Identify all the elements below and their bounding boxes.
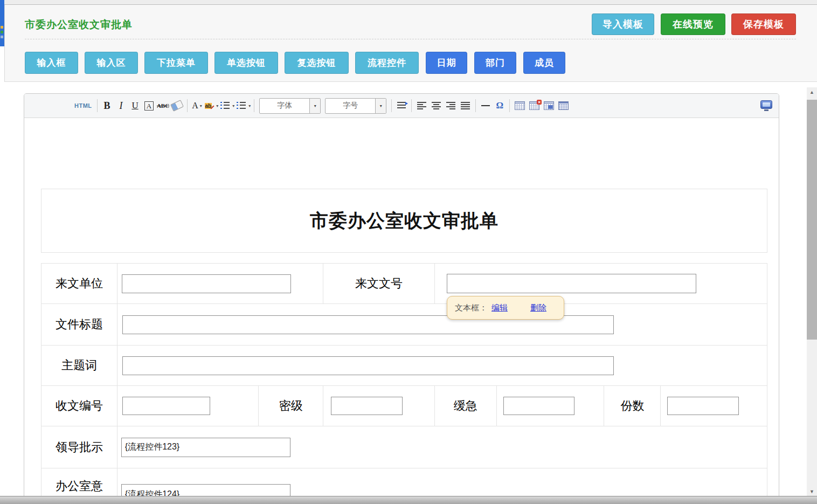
widget-button-input-area[interactable]: 输入区	[85, 52, 138, 74]
horizontal-rule-icon[interactable]	[481, 105, 490, 106]
align-right-icon[interactable]	[446, 102, 455, 109]
scroll-up-arrow-icon[interactable]: ▲	[807, 87, 817, 97]
eraser-icon[interactable]	[170, 100, 184, 112]
toolbar-separator	[97, 99, 98, 112]
background-window-mark	[1, 26, 3, 29]
header-panel: 市委办公室收文审批单 导入模板 在线预览 保存模板 输入框 输入区 下拉菜单 单…	[4, 5, 817, 82]
font-size-select[interactable]: 字号 ▾	[325, 98, 386, 114]
chevron-down-icon[interactable]: ▾	[309, 99, 320, 113]
scroll-down-arrow-icon[interactable]: ▼	[807, 489, 817, 494]
secrecy-level-input[interactable]	[331, 397, 403, 415]
page-title: 市委办公室收文审批单	[25, 18, 133, 32]
label-incoming-doc-number: 来文文号	[355, 275, 403, 292]
label-leader-instructions: 领导批示	[56, 439, 103, 455]
toolbar-separator	[509, 99, 510, 112]
background-window-bottom-edge	[0, 496, 817, 504]
delete-table-icon[interactable]	[529, 101, 539, 110]
save-template-button[interactable]: 保存模板	[731, 13, 796, 35]
widget-button-radio[interactable]: 单选按钮	[214, 52, 278, 74]
toolbar-separator	[411, 99, 412, 112]
label-office-opinion: 办公室意	[56, 478, 103, 494]
widget-button-dropdown[interactable]: 下拉菜单	[144, 52, 208, 74]
form-table: 来文单位 来文文号 文件标题 主题词	[41, 263, 767, 504]
label-receipt-number: 收文编号	[56, 398, 103, 414]
widget-button-flow-control[interactable]: 流程控件	[355, 52, 419, 74]
font-style-icon[interactable]: A	[144, 101, 154, 111]
edit-widget-link[interactable]: 编辑	[491, 303, 508, 313]
receipt-number-input[interactable]	[122, 397, 210, 415]
widget-button-date[interactable]: 日期	[426, 52, 467, 74]
font-family-select[interactable]: 字体 ▾	[259, 98, 321, 114]
strikethrough-icon[interactable]: ABC	[157, 99, 170, 113]
justify-icon[interactable]	[461, 102, 470, 109]
chevron-down-icon[interactable]: ▾	[232, 103, 234, 108]
incoming-doc-number-input[interactable]	[447, 274, 696, 293]
widget-tooltip: 文本框： 编辑 删除	[447, 296, 564, 320]
online-preview-button[interactable]: 在线预览	[661, 13, 725, 35]
page: 市委办公室收文审批单 导入模板 在线预览 保存模板 输入框 输入区 下拉菜单 单…	[0, 0, 817, 504]
table-properties-icon[interactable]	[544, 101, 554, 110]
source-code-icon[interactable]: HTML	[74, 99, 92, 113]
italic-icon[interactable]: I	[115, 99, 128, 113]
chevron-down-icon[interactable]: ▾	[375, 99, 386, 113]
label-document-title: 文件标题	[56, 316, 103, 333]
delete-widget-link[interactable]: 删除	[530, 303, 546, 313]
label-keywords: 主题词	[61, 357, 97, 374]
copies-input[interactable]	[667, 397, 739, 415]
editor-document[interactable]: 市委办公室收文审批单 来文单位 来文文号 文件标题	[24, 118, 779, 504]
table-row: 来文单位 来文文号	[41, 264, 767, 304]
rich-text-editor: HTML B I U A ABC A▾ ab▾ ▾ ▾ 字体 ▾ 字号 ▾	[24, 93, 779, 504]
widget-button-department[interactable]: 部门	[474, 52, 516, 74]
align-center-icon[interactable]	[432, 102, 441, 109]
table-row: 主题词	[41, 346, 767, 386]
table-row: 文件标题	[41, 304, 767, 346]
indent-icon[interactable]	[397, 102, 406, 109]
scrollbar-thumb[interactable]	[807, 100, 817, 340]
cell-properties-icon[interactable]	[558, 101, 569, 110]
label-secrecy-level: 密级	[279, 398, 303, 414]
bold-icon[interactable]: B	[101, 99, 114, 113]
highlight-icon[interactable]: ab▾	[205, 99, 219, 113]
leader-instructions-input[interactable]	[121, 438, 290, 457]
toolbar-separator	[391, 99, 392, 112]
keywords-input[interactable]	[122, 356, 614, 375]
underline-icon[interactable]: U	[129, 99, 142, 113]
widget-button-member[interactable]: 成员	[523, 52, 565, 74]
toolbar-separator	[187, 99, 188, 112]
tooltip-widget-type-label: 文本框：	[455, 303, 487, 313]
form-title: 市委办公室收文审批单	[41, 189, 767, 253]
align-left-icon[interactable]	[417, 102, 426, 109]
special-character-icon[interactable]: Ω	[493, 99, 506, 113]
background-window-mark	[1, 31, 3, 33]
toolbar-separator	[475, 99, 476, 112]
widget-button-input-box[interactable]: 输入框	[25, 52, 78, 74]
editor-toolbar: HTML B I U A ABC A▾ ab▾ ▾ ▾ 字体 ▾ 字号 ▾	[24, 94, 779, 118]
fullscreen-icon[interactable]	[760, 100, 772, 111]
insert-table-icon[interactable]	[515, 101, 525, 110]
urgency-input[interactable]	[503, 397, 574, 415]
toolbar-separator	[254, 99, 254, 112]
ordered-list-icon[interactable]: ▾	[219, 99, 234, 113]
chevron-down-icon[interactable]: ▾	[216, 103, 218, 108]
label-copies: 份数	[620, 398, 644, 414]
font-color-icon[interactable]: A▾	[191, 99, 204, 113]
background-window-mark	[1, 36, 3, 38]
label-incoming-unit: 来文单位	[56, 275, 103, 292]
divider	[25, 39, 796, 39]
vertical-scrollbar[interactable]: ▲ ▼	[807, 87, 817, 496]
unordered-list-icon[interactable]: ▾	[236, 99, 251, 113]
chevron-down-icon[interactable]: ▾	[248, 103, 251, 108]
label-urgency: 缓急	[454, 398, 477, 414]
table-row: 收文编号 密级 缓急 份数	[41, 386, 767, 426]
chevron-down-icon[interactable]: ▾	[200, 103, 202, 108]
background-window-top-edge	[0, 0, 817, 5]
background-window-left-edge	[0, 0, 4, 46]
table-row: 领导批示	[41, 426, 767, 468]
import-template-button[interactable]: 导入模板	[592, 13, 654, 35]
incoming-unit-input[interactable]	[122, 274, 291, 293]
widget-button-checkbox[interactable]: 复选按钮	[285, 52, 349, 74]
